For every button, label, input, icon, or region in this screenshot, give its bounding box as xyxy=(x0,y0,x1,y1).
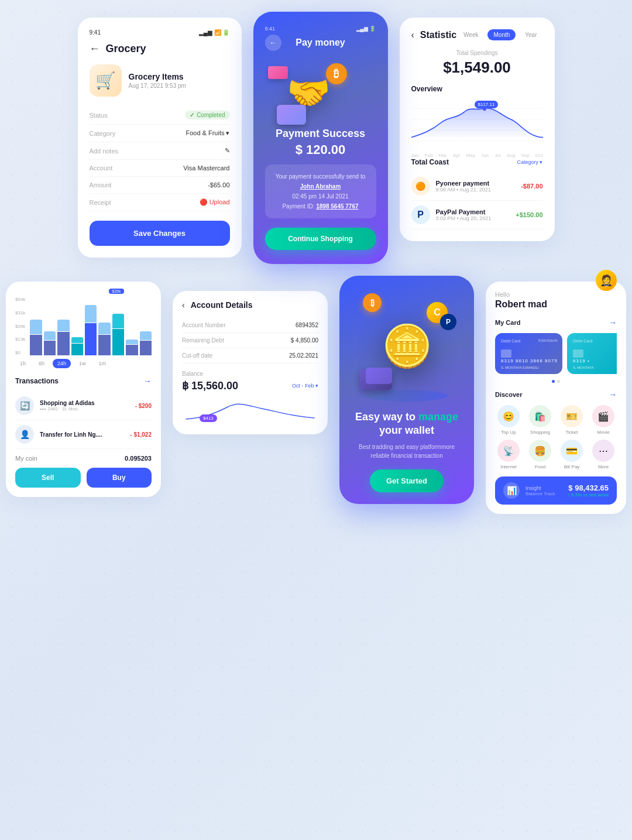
paypal-float: P xyxy=(440,314,456,330)
my-card-arrow[interactable]: → xyxy=(609,318,617,327)
bar-7-bot xyxy=(112,329,124,355)
paypal-info: PayPal Payment 3:02 PM • Aug 20, 2021 xyxy=(436,208,510,221)
discover-ticket[interactable]: 🎫 Ticket xyxy=(558,405,585,435)
stat-back-btn[interactable]: ‹ xyxy=(411,30,414,40)
grocery-back-btn[interactable]: ← xyxy=(90,43,100,55)
tx-adidas-name: Shopping at Adidas xyxy=(40,400,129,406)
pay-status-bar: 9:41 ▂▄▆ 🔋 xyxy=(265,26,376,32)
card-2-chip xyxy=(573,349,583,358)
wallet-main-title: Easy way to manage your wallet xyxy=(351,410,462,438)
account-title: Account Details xyxy=(191,300,253,310)
bar-group-2 xyxy=(44,297,56,355)
insight-icon: 📊 xyxy=(503,482,520,499)
category-dropdown-btn[interactable]: Category ▾ xyxy=(517,159,542,165)
payment-amount: $ 120.00 xyxy=(265,142,376,157)
balance-period[interactable]: Oct - Feb ▾ xyxy=(292,383,318,389)
total-cost-title: Total Coast xyxy=(411,158,449,166)
tab-week[interactable]: Week xyxy=(458,29,484,40)
discover-billpay[interactable]: 💳 Bill Pay xyxy=(558,440,585,469)
status-label: Status xyxy=(90,112,108,119)
discover-arrow[interactable]: → xyxy=(609,390,617,399)
account-back-btn[interactable]: ‹ xyxy=(182,300,185,310)
discover-food[interactable]: 🍔 Food xyxy=(527,440,554,469)
receipt-label: Receipt xyxy=(90,199,111,206)
grocery-card: 9:41 ▂▄▆ 📶 🔋 ← Grocery 🛒 Grocery Items A… xyxy=(78,18,242,258)
amount-value: -$65.00 xyxy=(208,181,229,188)
credit-card-1[interactable]: Debit Card Interbank 8319 8610 3866 8075… xyxy=(495,333,562,374)
sell-button[interactable]: Sell xyxy=(15,468,81,488)
y-axis-labels: $54k $31k $26k $13k $0 xyxy=(15,297,25,355)
card-dots-indicator xyxy=(495,380,617,383)
your-wallet-text: your wallet xyxy=(379,424,434,436)
more-label: More xyxy=(598,464,609,469)
save-changes-button[interactable]: Save Changes xyxy=(90,221,230,246)
notes-row[interactable]: Add notes ✎ xyxy=(90,142,230,160)
discover-movie[interactable]: 🎬 Movie xyxy=(590,405,617,435)
dot-1 xyxy=(552,380,555,383)
bar-group-4 xyxy=(71,297,83,355)
discover-topup[interactable]: 😊 Top Up xyxy=(495,405,522,435)
discover-internet[interactable]: 📡 Internet xyxy=(495,440,522,469)
bar-1-bot xyxy=(30,335,42,355)
pay-icons: ▂▄▆ 🔋 xyxy=(356,26,376,32)
buy-button[interactable]: Buy xyxy=(87,468,152,488)
card-chip-purple xyxy=(277,105,306,125)
time-tab-1h[interactable]: 1h xyxy=(15,359,30,368)
pyoneer-icon: 🟠 xyxy=(411,177,430,196)
card-1-number: 8319 8610 3866 8075 xyxy=(501,358,558,364)
time-tabs: 1h 6h 24h 1w 1m xyxy=(15,359,152,368)
bar-9-top xyxy=(140,331,152,340)
bar-1-top xyxy=(30,320,42,334)
tx-transfer-info: Transfer for Linh Ng.... xyxy=(40,431,124,438)
credit-card-2[interactable]: Debit Card 8319 • S. MOSTAFA xyxy=(567,333,617,374)
grocery-header: ← Grocery xyxy=(90,43,230,55)
credit-cards-row: Debit Card Interbank 8319 8610 3866 8075… xyxy=(495,333,617,374)
remaining-debt-row: Remaining Debt $ 4,850.00 xyxy=(182,333,318,348)
paypal-name: PayPal Payment xyxy=(436,208,510,215)
tab-month[interactable]: Month xyxy=(487,29,516,40)
cutoff-row: Cut-off date 25.02.2021 xyxy=(182,348,318,364)
insight-amount-group: $ 98,432.65 ↑ 6.3% vs last week xyxy=(568,484,609,498)
my-coin-value: 0.095203 xyxy=(125,455,152,462)
transactions-arrow[interactable]: → xyxy=(143,376,152,386)
paypal-amount: +$150.00 xyxy=(516,211,542,218)
balance-label: Balance xyxy=(182,371,318,377)
platform-shadow xyxy=(366,390,448,402)
discover-more[interactable]: ⋯ More xyxy=(590,440,617,469)
cost-item-pyoneer: 🟠 Pyoneer payment 9:09 AM • Aug 21, 2021… xyxy=(411,172,543,201)
grocery-icon: 🛒 xyxy=(90,64,122,97)
bar-group-9 xyxy=(140,297,152,355)
user-avatar: 🤵 xyxy=(596,270,617,291)
time-tab-24h[interactable]: 24h xyxy=(53,359,71,368)
my-card-title: My Card xyxy=(495,319,520,326)
pay-back-btn[interactable]: ← xyxy=(265,35,281,51)
time-tab-6h[interactable]: 6h xyxy=(34,359,49,368)
tab-year[interactable]: Year xyxy=(519,29,542,40)
tx-adidas-amount: - $200 xyxy=(135,403,152,409)
my-coin-row: My coin 0.095203 xyxy=(15,455,152,462)
category-value: Food & Fruits ▾ xyxy=(186,129,229,137)
my-coin-label: My coin xyxy=(15,455,37,462)
topup-label: Top Up xyxy=(501,430,516,435)
acct-number-value: 6894352 xyxy=(296,322,318,328)
notes-edit-icon[interactable]: ✎ xyxy=(225,147,230,155)
bar-7-top xyxy=(112,314,124,328)
balance-section: Balance ฿ 15,560.00 Oct - Feb ▾ $413 xyxy=(182,371,318,425)
food-label: Food xyxy=(535,464,545,469)
top-row: 9:41 ▂▄▆ 📶 🔋 ← Grocery 🛒 Grocery Items A… xyxy=(18,18,614,264)
card-1-name: S. MOSTAFA ESMAEILI xyxy=(501,366,539,369)
category-row[interactable]: Category Food & Fruits ▾ xyxy=(90,125,230,142)
discover-shopping[interactable]: 🛍️ Shopping xyxy=(527,405,554,435)
insight-bar[interactable]: 📊 Insight Balance Track $ 98,432.65 ↑ 6.… xyxy=(495,476,617,505)
cutoff-value: 25.02.2021 xyxy=(289,352,318,359)
get-started-button[interactable]: Get Started xyxy=(370,469,444,492)
bar-6-top xyxy=(98,323,110,334)
time-tab-1w[interactable]: 1w xyxy=(74,359,91,368)
upload-btn[interactable]: 🔴 Upload xyxy=(200,198,230,206)
continue-shopping-button[interactable]: Continue Shopping xyxy=(265,228,376,250)
stat-chart: $117.11 xyxy=(411,98,543,145)
completed-badge: Completed xyxy=(185,111,229,119)
time-tab-1m[interactable]: 1m xyxy=(94,359,111,368)
card-1-chip xyxy=(501,349,511,358)
bar-group-1 xyxy=(30,297,42,355)
